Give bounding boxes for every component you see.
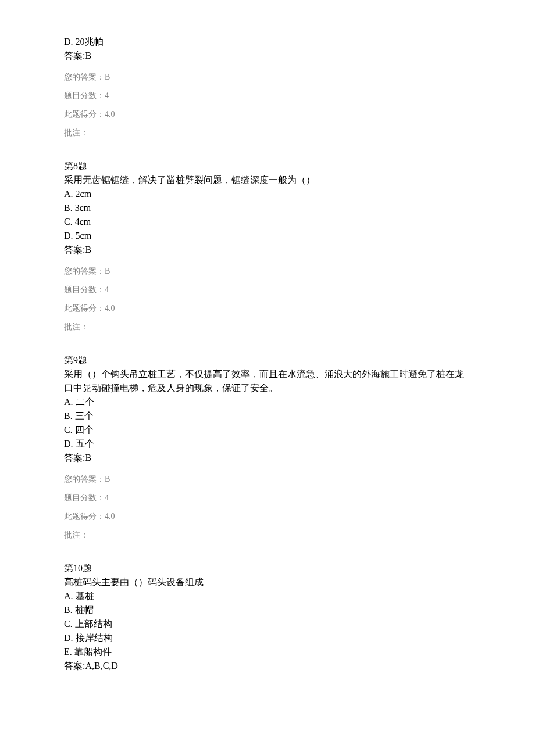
option-a: A. 2cm <box>64 187 471 201</box>
option-d: D. 5cm <box>64 229 471 243</box>
meta-block: 您的答案：B 题目分数：4 此题得分：4.0 批注： <box>64 73 471 137</box>
question-number: 第10题 <box>64 561 471 575</box>
answer-line: 答案:B <box>64 243 471 257</box>
question-number: 第8题 <box>64 159 471 173</box>
option-d: D. 20兆帕 <box>64 35 471 49</box>
option-a: A. 二个 <box>64 395 471 409</box>
question-stem: 采用（）个钩头吊立桩工艺，不仅提高了效率，而且在水流急、涌浪大的外海施工时避免了… <box>64 367 471 395</box>
option-c: C. 4cm <box>64 215 471 229</box>
option-c: C. 四个 <box>64 423 471 437</box>
question-stem: 高桩码头主要由（）码头设备组成 <box>64 575 471 589</box>
question-fragment: D. 20兆帕 答案:B 您的答案：B 题目分数：4 此题得分：4.0 批注： <box>64 35 471 137</box>
question-10: 第10题 高桩码头主要由（）码头设备组成 A. 基桩 B. 桩帽 C. 上部结构… <box>64 561 471 673</box>
option-b: B. 桩帽 <box>64 603 471 617</box>
your-answer: 您的答案：B <box>64 73 471 81</box>
document-page: D. 20兆帕 答案:B 您的答案：B 题目分数：4 此题得分：4.0 批注： … <box>0 0 535 708</box>
earned-score: 此题得分：4.0 <box>64 304 471 313</box>
question-8: 第8题 采用无齿锯锯缝，解决了凿桩劈裂问题，锯缝深度一般为（） A. 2cm B… <box>64 159 471 331</box>
option-b: B. 三个 <box>64 409 471 423</box>
option-a: A. 基桩 <box>64 589 471 603</box>
your-answer: 您的答案：B <box>64 475 471 483</box>
your-answer: 您的答案：B <box>64 267 471 275</box>
full-score: 题目分数：4 <box>64 286 471 294</box>
option-e: E. 靠船构件 <box>64 645 471 659</box>
question-9: 第9题 采用（）个钩头吊立桩工艺，不仅提高了效率，而且在水流急、涌浪大的外海施工… <box>64 353 471 539</box>
note-label: 批注： <box>64 531 471 539</box>
meta-block: 您的答案：B 题目分数：4 此题得分：4.0 批注： <box>64 267 471 331</box>
note-label: 批注： <box>64 129 471 137</box>
answer-line: 答案:A,B,C,D <box>64 659 471 673</box>
option-b: B. 3cm <box>64 201 471 215</box>
meta-block: 您的答案：B 题目分数：4 此题得分：4.0 批注： <box>64 475 471 539</box>
answer-line: 答案:B <box>64 451 471 465</box>
option-d: D. 接岸结构 <box>64 631 471 645</box>
answer-line: 答案:B <box>64 49 471 63</box>
note-label: 批注： <box>64 323 471 331</box>
full-score: 题目分数：4 <box>64 494 471 502</box>
question-number: 第9题 <box>64 353 471 367</box>
option-d: D. 五个 <box>64 437 471 451</box>
full-score: 题目分数：4 <box>64 92 471 100</box>
question-stem: 采用无齿锯锯缝，解决了凿桩劈裂问题，锯缝深度一般为（） <box>64 173 471 187</box>
earned-score: 此题得分：4.0 <box>64 110 471 119</box>
earned-score: 此题得分：4.0 <box>64 513 471 521</box>
option-c: C. 上部结构 <box>64 617 471 631</box>
